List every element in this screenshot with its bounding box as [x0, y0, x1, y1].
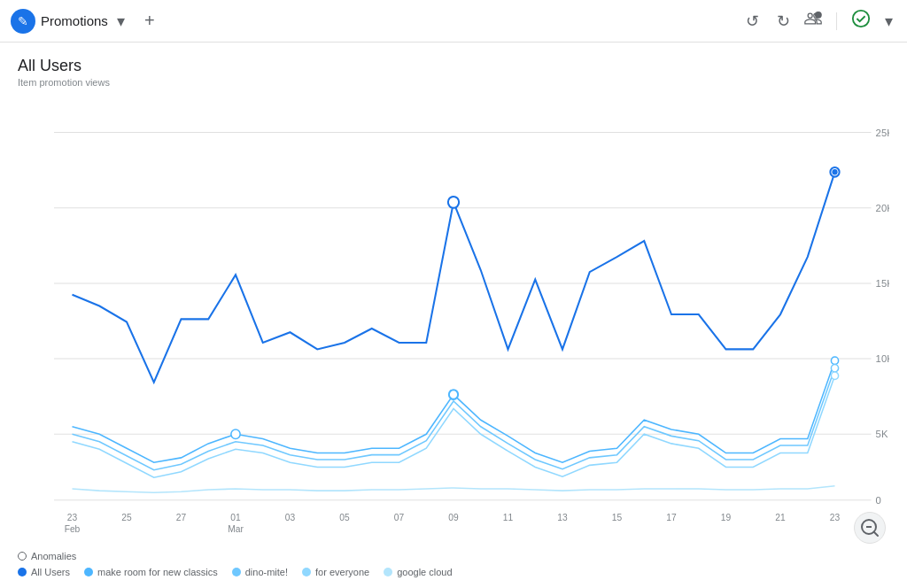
svg-text:15K: 15K: [876, 278, 889, 289]
svg-text:20K: 20K: [876, 203, 889, 213]
svg-line-42: [874, 532, 879, 537]
svg-text:10K: 10K: [876, 353, 889, 364]
legend-label-1: make room for new classics: [97, 567, 218, 577]
legend-label-2: dino-mite!: [245, 567, 288, 577]
svg-text:+: +: [817, 12, 819, 18]
svg-text:17: 17: [666, 513, 677, 522]
undo-button[interactable]: ↺: [742, 8, 763, 35]
svg-text:27: 27: [176, 513, 187, 522]
svg-text:07: 07: [394, 513, 405, 522]
legend-dot-2: [232, 568, 241, 576]
svg-point-38: [831, 372, 838, 380]
redo-button[interactable]: ↻: [773, 8, 794, 35]
svg-text:23: 23: [830, 513, 841, 522]
zoom-out-button[interactable]: [854, 512, 886, 544]
svg-text:0: 0: [876, 495, 881, 506]
chart-legend: All Users make room for new classics din…: [18, 567, 889, 581]
svg-point-37: [831, 364, 838, 372]
chart-subtitle: Item promotion views: [18, 77, 889, 88]
legend-item-3: for everyone: [302, 567, 369, 577]
anomalies-label: Anomalies: [31, 551, 76, 561]
anomalies-row: Anomalies: [18, 551, 889, 561]
svg-text:01: 01: [230, 513, 241, 522]
svg-text:13: 13: [557, 513, 568, 522]
legend-item-4: google cloud: [384, 567, 452, 577]
svg-text:09: 09: [448, 513, 459, 522]
svg-text:25K: 25K: [876, 128, 889, 138]
legend-item-2: dino-mite!: [232, 567, 288, 577]
divider: [836, 12, 837, 30]
svg-point-32: [448, 197, 459, 208]
edit-icon: ✎: [11, 9, 35, 34]
zoom-icon-container: [854, 512, 886, 544]
check-icon: [851, 9, 871, 33]
legend-item-1: make room for new classics: [84, 567, 218, 577]
anomaly-dot: [18, 552, 27, 561]
svg-text:25: 25: [121, 513, 132, 522]
more-options-button[interactable]: ▾: [881, 8, 896, 35]
toolbar-title: Promotions: [41, 13, 108, 28]
svg-text:11: 11: [503, 513, 514, 522]
share-button[interactable]: +: [804, 10, 822, 32]
main-content: All Users Item promotion views 25K 20K 1…: [0, 43, 907, 588]
legend-item-0: All Users: [18, 567, 70, 577]
svg-point-2: [853, 11, 869, 27]
svg-text:5K: 5K: [876, 429, 888, 439]
legend-label-0: All Users: [31, 567, 70, 577]
svg-point-35: [449, 390, 458, 399]
chart-title: All Users: [18, 57, 889, 75]
svg-point-34: [832, 169, 837, 174]
legend-dot-0: [18, 568, 27, 576]
svg-point-36: [831, 357, 838, 365]
legend-dot-1: [84, 568, 93, 576]
legend-label-4: google cloud: [397, 567, 452, 577]
legend-dot-4: [384, 568, 392, 576]
legend-label-3: for everyone: [315, 567, 369, 577]
svg-text:19: 19: [721, 513, 732, 522]
svg-text:Feb: Feb: [65, 524, 81, 534]
svg-point-39: [231, 429, 240, 439]
svg-text:03: 03: [285, 513, 296, 522]
toolbar-left: ✎ Promotions ▾ +: [11, 9, 742, 34]
svg-text:23: 23: [67, 513, 78, 522]
toolbar: ✎ Promotions ▾ + ↺ ↻ + ▾: [0, 0, 907, 43]
toolbar-right: ↺ ↻ + ▾: [742, 8, 896, 35]
svg-text:05: 05: [339, 513, 350, 522]
svg-text:15: 15: [612, 513, 623, 522]
chart-container: 25K 20K 15K 10K 5K 0 23 Feb 25 27 01 Mar…: [18, 95, 889, 547]
chart-svg: 25K 20K 15K 10K 5K 0 23 Feb 25 27 01 Mar…: [18, 95, 889, 547]
anomalies-legend: Anomalies: [18, 551, 889, 561]
legend-dot-3: [302, 568, 311, 576]
title-dropdown-button[interactable]: ▾: [113, 10, 128, 33]
svg-text:Mar: Mar: [228, 524, 244, 534]
add-tab-button[interactable]: +: [139, 9, 160, 33]
svg-text:21: 21: [775, 513, 786, 522]
